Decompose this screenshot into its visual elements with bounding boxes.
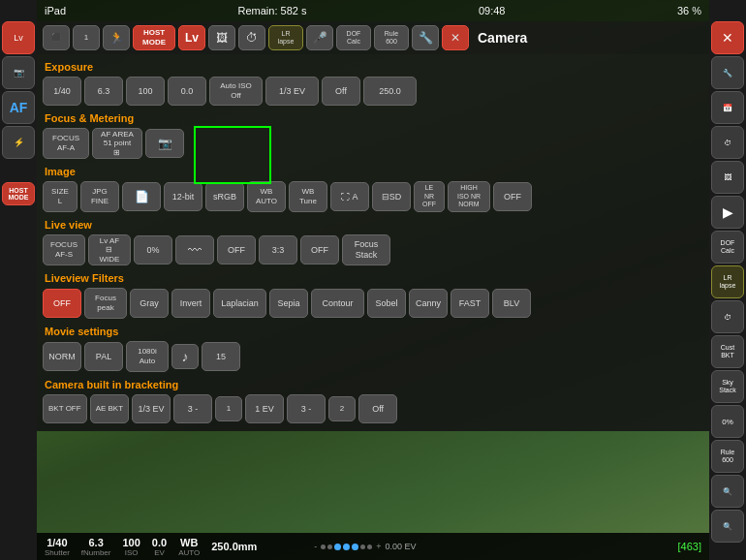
wb-tune-btn[interactable]: WBTune: [289, 181, 327, 212]
bkt-3minus2-btn[interactable]: 3 -: [287, 394, 326, 423]
rp-tools-btn[interactable]: 🔧: [711, 56, 744, 89]
tb-rule-btn[interactable]: Rule600: [374, 25, 409, 50]
exposure-label: Exposure: [43, 58, 703, 75]
tb-slot-btn[interactable]: 1: [73, 25, 100, 50]
image-off-btn[interactable]: OFF: [493, 182, 532, 211]
lv-focus-btn[interactable]: FOCUSAF-S: [43, 234, 85, 265]
bkt-2-btn[interactable]: 2: [328, 396, 356, 421]
lv-af-area-btn[interactable]: Lv AF⊟WIDE: [88, 234, 131, 265]
filter-invert-btn[interactable]: Invert: [171, 289, 210, 318]
tb-timer-btn[interactable]: ⏱: [238, 25, 265, 50]
jpg-fine-btn[interactable]: JPGFINE: [80, 181, 119, 212]
iso-val: 100: [122, 537, 140, 548]
ev-center-val: 0.00 EV: [385, 542, 416, 551]
filter-focus-peak-btn[interactable]: Focuspeak: [84, 288, 127, 319]
bkt-1ev-btn[interactable]: 1 EV: [245, 394, 284, 423]
filter-laplacian-btn[interactable]: Laplacian: [213, 289, 266, 318]
tb-continuous-btn[interactable]: 🏃: [103, 25, 130, 50]
rp-calendar-btn[interactable]: 📅: [711, 91, 744, 124]
bottom-wb: WB AUTO: [178, 537, 200, 557]
filter-off-btn[interactable]: OFF: [43, 289, 81, 318]
top-toolbar: ⬛ 1 🏃 HOSTMODE Lv 🖼 ⏱ LRlapse 🎤 DOFCalc …: [37, 21, 709, 54]
ev-step-btn[interactable]: 1/3 EV: [265, 77, 319, 106]
tb-host-mode-btn[interactable]: HOSTMODE: [133, 25, 175, 50]
bkt-3minus-btn[interactable]: 3 -: [173, 394, 212, 423]
tb-tools-btn[interactable]: 🔧: [412, 25, 439, 50]
lp-af-btn[interactable]: AF: [2, 91, 35, 124]
bit-depth-btn[interactable]: 12-bit: [164, 182, 202, 211]
filter-sepia-btn[interactable]: Sepia: [269, 289, 308, 318]
rp-rule-btn[interactable]: Rule600: [711, 440, 744, 473]
lv-pct-btn[interactable]: 0%: [134, 235, 172, 264]
bkt-1-btn[interactable]: 1: [215, 396, 242, 421]
focus-mode-btn[interactable]: FOCUSAF-A: [43, 128, 89, 159]
tb-dof-btn[interactable]: DOFCalc: [336, 25, 371, 50]
tb-lv-btn[interactable]: Lv: [178, 25, 205, 50]
lp-lv-btn[interactable]: Lv: [2, 21, 35, 54]
rp-dof-btn[interactable]: DOFCalc: [711, 231, 744, 264]
color-space-btn[interactable]: sRGB: [205, 182, 244, 211]
rp-zoom-in-btn[interactable]: 🔍: [711, 475, 744, 508]
metering-btn[interactable]: 📷: [145, 129, 184, 158]
iso-btn[interactable]: 100: [126, 77, 165, 106]
auto-iso-btn[interactable]: Auto ISOOff: [209, 77, 263, 106]
active-d-btn[interactable]: ⛶ A: [330, 182, 369, 211]
sd-btn[interactable]: ⊟SD: [372, 182, 411, 211]
movie-label: Movie settings: [43, 323, 703, 339]
movie-norm-btn[interactable]: NORM: [43, 342, 81, 371]
bottom-ev: 0.0 EV: [152, 537, 167, 557]
filter-gray-btn[interactable]: Gray: [130, 289, 169, 318]
tb-image-btn[interactable]: 🖼: [208, 25, 235, 50]
ev-dot-center: [334, 544, 341, 550]
tb-mic-btn[interactable]: 🎤: [306, 25, 333, 50]
raw-btn[interactable]: 📄: [122, 182, 161, 211]
exp-off-btn[interactable]: Off: [322, 77, 360, 106]
rp-timer-btn[interactable]: ⏱: [711, 126, 744, 159]
rp-pct-btn[interactable]: 0%: [711, 405, 744, 438]
tb-liveview-btn[interactable]: ⬛: [43, 25, 70, 50]
rp-image-btn[interactable]: 🖼: [711, 161, 744, 194]
lv-off1-btn[interactable]: OFF: [217, 235, 256, 264]
status-remain: Remain: 582 s: [238, 5, 307, 16]
rp-close-btn[interactable]: ✕: [711, 21, 744, 54]
lp-host-mode-btn[interactable]: HOSTMODE: [2, 182, 35, 205]
movie-audio-btn[interactable]: ♪: [171, 344, 199, 369]
rp-custbkt-btn[interactable]: CustBKT: [711, 335, 744, 368]
rp-play-btn[interactable]: ▶: [711, 196, 744, 229]
movie-res-btn[interactable]: 1080iAuto: [126, 341, 169, 372]
tb-close-btn[interactable]: ✕: [442, 25, 469, 50]
bkt-off-btn[interactable]: BKT OFF: [43, 394, 87, 423]
movie-fps-btn[interactable]: 15: [202, 342, 240, 371]
filter-canny-btn[interactable]: Canny: [409, 289, 448, 318]
wb-auto-btn[interactable]: WBAUTO: [247, 181, 286, 212]
filter-contour-btn[interactable]: Contour: [311, 289, 364, 318]
page-title: Camera: [472, 30, 533, 46]
filter-fast-btn[interactable]: FAST: [451, 289, 489, 318]
movie-pal-btn[interactable]: PAL: [84, 342, 123, 371]
ev-comp-btn[interactable]: 0.0: [168, 77, 206, 106]
lp-flash-btn[interactable]: ⚡: [2, 126, 35, 159]
bkt-final-off-btn[interactable]: Off: [358, 394, 397, 423]
lv-grid-btn[interactable]: 3:3: [259, 235, 297, 264]
size-btn[interactable]: SIZEL: [43, 181, 78, 212]
rp-zoom-out-btn[interactable]: 🔍: [711, 510, 744, 543]
shutter-lbl: Shutter: [45, 548, 70, 557]
rp-skystack-btn[interactable]: SkyStack: [711, 370, 744, 403]
filter-sobel-btn[interactable]: Sobel: [367, 289, 406, 318]
lv-wave-btn[interactable]: 〰: [175, 235, 214, 264]
shutter-btn[interactable]: 1/40: [43, 77, 81, 106]
focus-stack-btn[interactable]: FocusStack: [342, 234, 390, 265]
rp-lr-btn[interactable]: LRlapse: [711, 265, 744, 298]
le-nr-btn[interactable]: LENROFF: [414, 181, 445, 212]
exp-value-btn[interactable]: 250.0: [363, 77, 417, 106]
high-iso-nr-btn[interactable]: HIGHISO NRNORM: [448, 181, 490, 212]
bkt-ev-btn[interactable]: 1/3 EV: [132, 394, 171, 423]
rp-timer2-btn[interactable]: ⏱: [711, 300, 744, 333]
af-area-btn[interactable]: AF AREA51 point⊞: [92, 128, 142, 159]
filter-blv-btn[interactable]: BLV: [492, 289, 531, 318]
tb-lr-btn[interactable]: LRlapse: [268, 25, 303, 50]
lp-cam-btn[interactable]: 📷: [2, 56, 35, 89]
aperture-btn[interactable]: 6.3: [84, 77, 123, 106]
ae-bkt-btn[interactable]: AE BKT: [90, 394, 129, 423]
lv-off2-btn[interactable]: OFF: [300, 235, 339, 264]
